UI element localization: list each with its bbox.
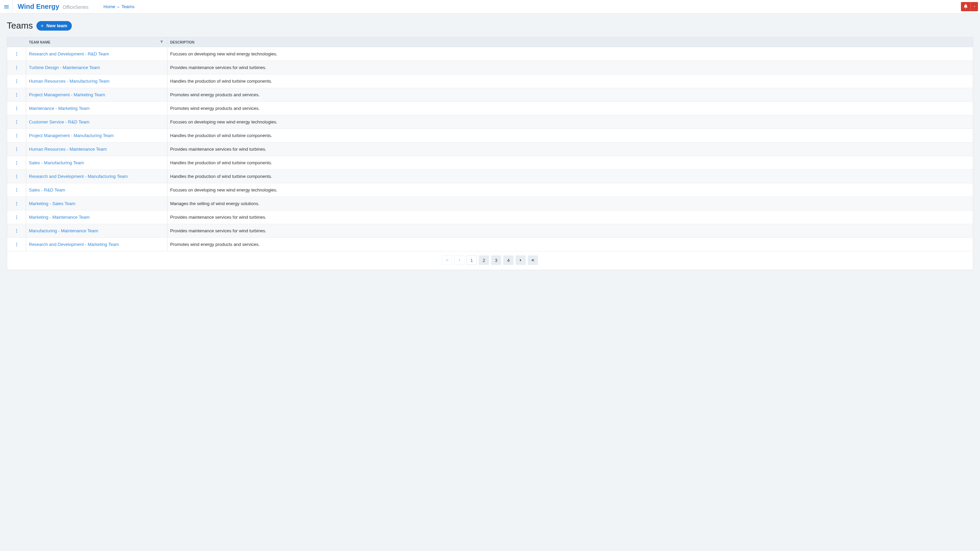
hamburger-icon — [3, 4, 10, 10]
brand-sub: OfficeSeries — [63, 5, 89, 10]
caret-down-icon — [973, 5, 976, 8]
table-row: Turbine Design - Maintenance TeamProvide… — [7, 60, 973, 74]
page-header: Teams New team — [7, 21, 973, 31]
svg-point-10 — [16, 94, 17, 95]
svg-point-18 — [16, 134, 17, 134]
row-actions[interactable] — [7, 197, 26, 210]
row-actions[interactable] — [7, 102, 26, 115]
team-link[interactable]: Maintenance - Marketing Team — [29, 106, 89, 111]
row-desc-cell: Promotes wind energy products and servic… — [167, 238, 973, 251]
pagination: 1234 — [7, 251, 973, 270]
team-link[interactable]: Human Resources - Maintenance Team — [29, 147, 107, 152]
row-actions[interactable] — [7, 115, 26, 129]
row-actions[interactable] — [7, 129, 26, 142]
row-desc-cell: Handles the production of wind turbine c… — [167, 75, 973, 88]
team-link[interactable]: Marketing - Maintenance Team — [29, 214, 89, 220]
page-number-3[interactable]: 3 — [491, 256, 501, 265]
row-actions[interactable] — [7, 224, 26, 237]
svg-point-0 — [16, 52, 17, 53]
svg-point-4 — [16, 67, 17, 68]
more-vert-icon — [14, 174, 19, 179]
col-name-label: TEAM NAME — [29, 40, 50, 44]
svg-point-12 — [16, 106, 17, 107]
breadcrumb-sep: » — [118, 5, 119, 9]
col-name-head[interactable]: TEAM NAME — [26, 40, 167, 44]
row-desc-cell: Provides maintenance services for wind t… — [167, 211, 973, 224]
svg-point-14 — [16, 110, 17, 110]
row-actions[interactable] — [7, 183, 26, 197]
svg-point-41 — [16, 232, 17, 233]
chevron-last-icon — [530, 258, 535, 263]
row-name-cell: Human Resources - Manufacturing Team — [26, 75, 167, 88]
row-desc-cell: Provides maintenance services for wind t… — [167, 224, 973, 237]
bell-icon — [963, 4, 969, 9]
row-desc-cell: Promotes wind energy products and servic… — [167, 102, 973, 115]
svg-point-23 — [16, 150, 17, 151]
more-vert-icon — [14, 242, 19, 247]
more-vert-icon — [14, 65, 19, 70]
team-link[interactable]: Customer Service - R&D Team — [29, 119, 89, 124]
table-row: Customer Service - R&D TeamFocuses on de… — [7, 115, 973, 129]
team-link[interactable]: Marketing - Sales Team — [29, 201, 75, 206]
team-link[interactable]: Manufacturing - Maintenance Team — [29, 228, 98, 233]
filter-name-button[interactable] — [159, 40, 164, 44]
row-actions[interactable] — [7, 143, 26, 156]
svg-point-19 — [16, 135, 17, 136]
page-number-4[interactable]: 4 — [503, 256, 514, 265]
svg-point-15 — [16, 120, 17, 121]
table-row: Human Resources - Manufacturing TeamHand… — [7, 74, 973, 88]
table-row: Project Management - Marketing TeamPromo… — [7, 88, 973, 102]
row-name-cell: Project Management - Marketing Team — [26, 88, 167, 102]
svg-point-3 — [16, 66, 17, 66]
svg-point-43 — [16, 244, 17, 245]
svg-point-39 — [16, 229, 17, 230]
breadcrumb-home[interactable]: Home — [103, 4, 115, 9]
row-actions[interactable] — [7, 61, 26, 74]
team-link[interactable]: Turbine Design - Maintenance Team — [29, 65, 100, 70]
page-next-button[interactable] — [515, 256, 526, 265]
row-desc-cell: Handles the production of wind turbine c… — [167, 129, 973, 142]
row-actions[interactable] — [7, 170, 26, 183]
row-name-cell: Sales - R&D Team — [26, 183, 167, 197]
team-link[interactable]: Human Resources - Manufacturing Team — [29, 79, 110, 84]
team-link[interactable]: Research and Development - R&D Team — [29, 51, 109, 56]
col-desc-head[interactable]: DESCRIPTION — [167, 40, 973, 44]
more-vert-icon — [14, 202, 19, 206]
team-link[interactable]: Project Management - Manufacturing Team — [29, 133, 114, 138]
row-actions[interactable] — [7, 75, 26, 88]
team-link[interactable]: Research and Development - Manufacturing… — [29, 174, 127, 179]
page-number-1[interactable]: 1 — [466, 256, 477, 265]
row-actions[interactable] — [7, 88, 26, 102]
table-row: Sales - R&D TeamFocuses on developing ne… — [7, 183, 973, 197]
team-link[interactable]: Sales - R&D Team — [29, 187, 65, 192]
team-link[interactable]: Sales - Manufacturing Team — [29, 160, 84, 165]
svg-point-2 — [16, 55, 17, 56]
svg-point-22 — [16, 149, 17, 149]
new-team-button[interactable]: New team — [37, 21, 72, 30]
row-desc-cell: Focuses on developing new wind energy te… — [167, 47, 973, 60]
more-vert-icon — [14, 229, 19, 233]
page-number-2[interactable]: 2 — [479, 256, 489, 265]
notifications-button[interactable] — [961, 2, 970, 11]
teams-table: TEAM NAME DESCRIPTION Research and Devel… — [7, 37, 973, 270]
breadcrumb-current[interactable]: Teams — [121, 4, 134, 9]
page-last-button[interactable] — [528, 256, 538, 265]
table-row: Research and Development - R&D TeamFocus… — [7, 47, 973, 60]
notifications-dropdown[interactable] — [970, 2, 978, 11]
svg-point-35 — [16, 205, 17, 205]
row-actions[interactable] — [7, 47, 26, 60]
row-desc-cell: Manages the selling of wind energy solut… — [167, 197, 973, 210]
row-actions[interactable] — [7, 156, 26, 169]
row-desc-cell: Focuses on developing new wind energy te… — [167, 183, 973, 197]
row-actions[interactable] — [7, 238, 26, 251]
chevron-left-icon — [457, 258, 462, 263]
table-row: Research and Development - Manufacturing… — [7, 169, 973, 183]
svg-point-36 — [16, 215, 17, 216]
team-link[interactable]: Project Management - Marketing Team — [29, 92, 105, 97]
topbar: Wind Energy OfficeSeries Home » Teams — [0, 0, 980, 14]
row-name-cell: Customer Service - R&D Team — [26, 115, 167, 129]
row-actions[interactable] — [7, 211, 26, 224]
team-link[interactable]: Research and Development - Marketing Tea… — [29, 242, 119, 247]
brand: Wind Energy OfficeSeries — [13, 3, 93, 11]
menu-toggle[interactable] — [0, 0, 13, 14]
